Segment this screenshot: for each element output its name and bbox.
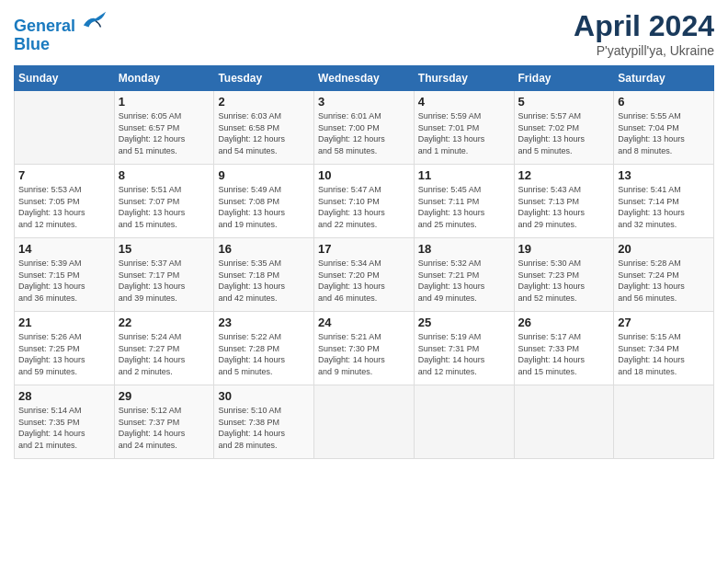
day-cell: 10Sunrise: 5:47 AM Sunset: 7:10 PM Dayli…: [314, 165, 415, 238]
day-cell: 28Sunrise: 5:14 AM Sunset: 7:35 PM Dayli…: [15, 385, 115, 459]
day-cell: 14Sunrise: 5:39 AM Sunset: 7:15 PM Dayli…: [15, 238, 115, 312]
day-number: 11: [418, 168, 510, 182]
day-number: 18: [418, 242, 510, 256]
day-number: 7: [18, 168, 110, 182]
day-number: 16: [218, 242, 310, 256]
col-header-thursday: Thursday: [414, 66, 514, 91]
day-info: Sunrise: 5:47 AM Sunset: 7:10 PM Dayligh…: [318, 184, 410, 230]
day-info: Sunrise: 5:34 AM Sunset: 7:20 PM Dayligh…: [318, 258, 410, 304]
day-number: 24: [318, 316, 410, 329]
day-info: Sunrise: 5:37 AM Sunset: 7:17 PM Dayligh…: [119, 258, 210, 304]
day-number: 19: [518, 242, 610, 256]
day-cell: [514, 385, 614, 459]
subtitle: P'yatypill'ya, Ukraine: [574, 43, 714, 58]
day-info: Sunrise: 5:21 AM Sunset: 7:30 PM Dayligh…: [318, 331, 410, 377]
day-number: 15: [119, 242, 210, 256]
calendar-body: 1Sunrise: 6:05 AM Sunset: 6:57 PM Daylig…: [15, 91, 714, 459]
calendar-table: SundayMondayTuesdayWednesdayThursdayFrid…: [14, 65, 714, 459]
week-row-1: 1Sunrise: 6:05 AM Sunset: 6:57 PM Daylig…: [15, 91, 714, 165]
week-row-3: 14Sunrise: 5:39 AM Sunset: 7:15 PM Dayli…: [15, 238, 714, 312]
day-cell: 17Sunrise: 5:34 AM Sunset: 7:20 PM Dayli…: [314, 238, 415, 312]
day-cell: 13Sunrise: 5:41 AM Sunset: 7:14 PM Dayli…: [614, 165, 714, 238]
day-cell: 2Sunrise: 6:03 AM Sunset: 6:58 PM Daylig…: [214, 91, 314, 165]
main-title: April 2024: [574, 9, 714, 43]
col-header-friday: Friday: [514, 66, 614, 91]
day-info: Sunrise: 5:30 AM Sunset: 7:23 PM Dayligh…: [518, 258, 610, 304]
day-cell: 29Sunrise: 5:12 AM Sunset: 7:37 PM Dayli…: [114, 385, 214, 459]
logo-text2: Blue: [14, 36, 108, 54]
day-cell: [614, 385, 714, 459]
week-row-4: 21Sunrise: 5:26 AM Sunset: 7:25 PM Dayli…: [15, 312, 714, 385]
day-cell: 25Sunrise: 5:19 AM Sunset: 7:31 PM Dayli…: [414, 312, 514, 385]
day-number: 22: [119, 316, 210, 329]
day-info: Sunrise: 6:01 AM Sunset: 7:00 PM Dayligh…: [318, 110, 410, 156]
col-header-saturday: Saturday: [614, 66, 714, 91]
day-cell: 27Sunrise: 5:15 AM Sunset: 7:34 PM Dayli…: [614, 312, 714, 385]
day-info: Sunrise: 5:53 AM Sunset: 7:05 PM Dayligh…: [18, 184, 110, 230]
day-info: Sunrise: 6:05 AM Sunset: 6:57 PM Dayligh…: [119, 110, 210, 156]
day-info: Sunrise: 5:26 AM Sunset: 7:25 PM Dayligh…: [18, 331, 110, 377]
day-cell: [314, 385, 415, 459]
day-cell: 9Sunrise: 5:49 AM Sunset: 7:08 PM Daylig…: [214, 165, 314, 238]
day-number: 13: [618, 168, 710, 182]
day-info: Sunrise: 5:43 AM Sunset: 7:13 PM Dayligh…: [518, 184, 610, 230]
day-info: Sunrise: 5:28 AM Sunset: 7:24 PM Dayligh…: [618, 258, 710, 304]
day-number: 28: [18, 389, 110, 403]
logo: General Blue: [14, 9, 108, 54]
day-number: 6: [618, 95, 710, 109]
day-cell: 4Sunrise: 5:59 AM Sunset: 7:01 PM Daylig…: [414, 91, 514, 165]
day-info: Sunrise: 5:59 AM Sunset: 7:01 PM Dayligh…: [418, 110, 510, 156]
day-cell: [414, 385, 514, 459]
day-cell: 18Sunrise: 5:32 AM Sunset: 7:21 PM Dayli…: [414, 238, 514, 312]
day-cell: 15Sunrise: 5:37 AM Sunset: 7:17 PM Dayli…: [114, 238, 214, 312]
day-info: Sunrise: 5:10 AM Sunset: 7:38 PM Dayligh…: [218, 405, 310, 451]
day-info: Sunrise: 5:45 AM Sunset: 7:11 PM Dayligh…: [418, 184, 510, 230]
day-info: Sunrise: 5:24 AM Sunset: 7:27 PM Dayligh…: [119, 331, 210, 377]
day-number: 30: [218, 389, 310, 403]
day-cell: 11Sunrise: 5:45 AM Sunset: 7:11 PM Dayli…: [414, 165, 514, 238]
day-number: 21: [18, 316, 110, 329]
day-cell: 24Sunrise: 5:21 AM Sunset: 7:30 PM Dayli…: [314, 312, 415, 385]
day-info: Sunrise: 5:19 AM Sunset: 7:31 PM Dayligh…: [418, 331, 510, 377]
page-header: General Blue April 2024 P'yatypill'ya, U…: [14, 9, 714, 58]
day-number: 5: [518, 95, 610, 109]
day-cell: 21Sunrise: 5:26 AM Sunset: 7:25 PM Dayli…: [15, 312, 115, 385]
day-info: Sunrise: 5:55 AM Sunset: 7:04 PM Dayligh…: [618, 110, 710, 156]
day-number: 20: [618, 242, 710, 256]
day-number: 4: [418, 95, 510, 109]
day-cell: [15, 91, 115, 165]
day-cell: 19Sunrise: 5:30 AM Sunset: 7:23 PM Dayli…: [514, 238, 614, 312]
day-info: Sunrise: 5:35 AM Sunset: 7:18 PM Dayligh…: [218, 258, 310, 304]
day-cell: 5Sunrise: 5:57 AM Sunset: 7:02 PM Daylig…: [514, 91, 614, 165]
day-cell: 30Sunrise: 5:10 AM Sunset: 7:38 PM Dayli…: [214, 385, 314, 459]
day-info: Sunrise: 5:49 AM Sunset: 7:08 PM Dayligh…: [218, 184, 310, 230]
day-number: 12: [518, 168, 610, 182]
col-header-wednesday: Wednesday: [314, 66, 415, 91]
day-cell: 12Sunrise: 5:43 AM Sunset: 7:13 PM Dayli…: [514, 165, 614, 238]
day-info: Sunrise: 5:39 AM Sunset: 7:15 PM Dayligh…: [18, 258, 110, 304]
day-number: 8: [119, 168, 210, 182]
day-number: 9: [218, 168, 310, 182]
day-cell: 6Sunrise: 5:55 AM Sunset: 7:04 PM Daylig…: [614, 91, 714, 165]
title-block: April 2024 P'yatypill'ya, Ukraine: [574, 9, 714, 58]
day-info: Sunrise: 5:32 AM Sunset: 7:21 PM Dayligh…: [418, 258, 510, 304]
day-cell: 7Sunrise: 5:53 AM Sunset: 7:05 PM Daylig…: [15, 165, 115, 238]
week-row-2: 7Sunrise: 5:53 AM Sunset: 7:05 PM Daylig…: [15, 165, 714, 238]
day-info: Sunrise: 5:22 AM Sunset: 7:28 PM Dayligh…: [218, 331, 310, 377]
day-cell: 23Sunrise: 5:22 AM Sunset: 7:28 PM Dayli…: [214, 312, 314, 385]
logo-text: General: [14, 9, 108, 36]
day-number: 3: [318, 95, 410, 109]
col-header-monday: Monday: [114, 66, 214, 91]
day-info: Sunrise: 6:03 AM Sunset: 6:58 PM Dayligh…: [218, 110, 310, 156]
day-number: 29: [119, 389, 210, 403]
day-cell: 20Sunrise: 5:28 AM Sunset: 7:24 PM Dayli…: [614, 238, 714, 312]
day-cell: 1Sunrise: 6:05 AM Sunset: 6:57 PM Daylig…: [114, 91, 214, 165]
day-cell: 8Sunrise: 5:51 AM Sunset: 7:07 PM Daylig…: [114, 165, 214, 238]
day-info: Sunrise: 5:17 AM Sunset: 7:33 PM Dayligh…: [518, 331, 610, 377]
week-row-5: 28Sunrise: 5:14 AM Sunset: 7:35 PM Dayli…: [15, 385, 714, 459]
day-number: 27: [618, 316, 710, 329]
day-info: Sunrise: 5:51 AM Sunset: 7:07 PM Dayligh…: [119, 184, 210, 230]
day-number: 25: [418, 316, 510, 329]
day-cell: 26Sunrise: 5:17 AM Sunset: 7:33 PM Dayli…: [514, 312, 614, 385]
day-number: 26: [518, 316, 610, 329]
